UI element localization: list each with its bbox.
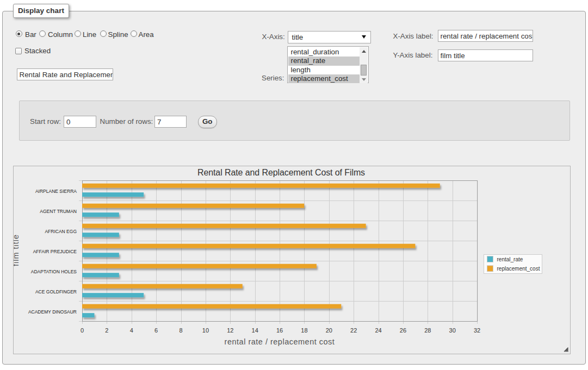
svg-text:ACE GOLDFINGER: ACE GOLDFINGER (35, 289, 77, 294)
svg-text:30: 30 (449, 327, 456, 334)
svg-text:26: 26 (400, 327, 406, 334)
svg-text:12: 12 (227, 327, 233, 334)
svg-text:0: 0 (81, 327, 84, 334)
svg-text:film title: film title (14, 234, 20, 266)
svg-text:8: 8 (179, 327, 182, 334)
svg-text:AFFAIR PREJUDICE: AFFAIR PREJUDICE (33, 249, 77, 254)
svg-text:22: 22 (350, 327, 357, 334)
svg-text:14: 14 (252, 327, 258, 334)
svg-text:2: 2 (105, 327, 108, 334)
svg-text:Rental Rate and Replacement Co: Rental Rate and Replacement Cost of Film… (197, 168, 365, 177)
svg-text:18: 18 (301, 327, 307, 334)
svg-text:ACADEMY DINOSAUR: ACADEMY DINOSAUR (28, 309, 77, 315)
svg-text:rental_rate: rental_rate (497, 256, 523, 262)
svg-text:28: 28 (424, 327, 431, 334)
svg-text:32: 32 (474, 327, 480, 334)
svg-text:rental rate / replacement cost: rental rate / replacement cost (225, 337, 335, 346)
svg-text:20: 20 (326, 327, 332, 334)
svg-text:24: 24 (375, 327, 381, 334)
svg-text:replacement_cost: replacement_cost (497, 266, 540, 272)
svg-text:16: 16 (276, 327, 283, 334)
svg-text:10: 10 (202, 327, 209, 334)
svg-text:AGENT TRUMAN: AGENT TRUMAN (40, 209, 77, 214)
svg-text:AIRPLANE SIERRA: AIRPLANE SIERRA (35, 189, 77, 194)
svg-text:ADAPTATION HOLES: ADAPTATION HOLES (31, 269, 77, 274)
svg-text:AFRICAN EGG: AFRICAN EGG (45, 229, 77, 234)
svg-text:4: 4 (130, 327, 133, 334)
svg-text:6: 6 (154, 327, 158, 334)
